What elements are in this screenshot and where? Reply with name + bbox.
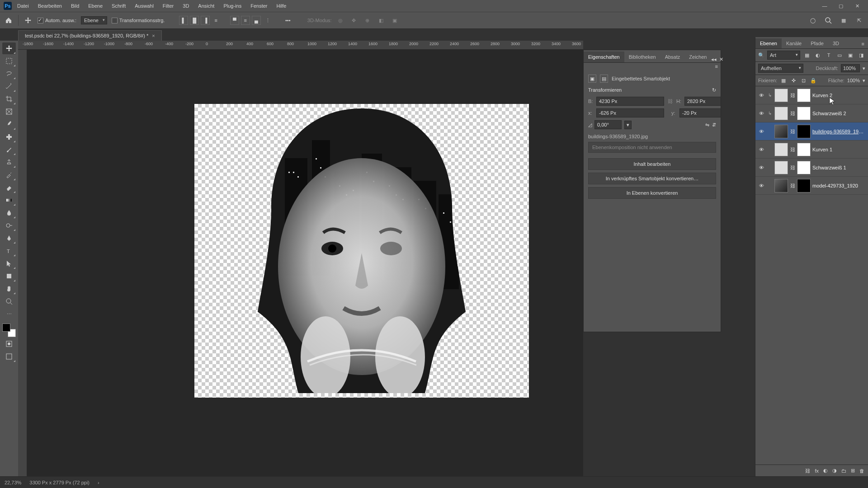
filter-kind-dropdown[interactable]: Art <box>767 51 800 60</box>
layer-thumbnail[interactable] <box>774 107 788 120</box>
color-swatch[interactable] <box>2 324 16 337</box>
crop-tool[interactable] <box>2 93 16 105</box>
add-mask-icon[interactable]: ◐ <box>823 468 828 474</box>
paths-tab[interactable]: Pfade <box>806 38 828 48</box>
filter-smart-icon[interactable]: ▣ <box>846 51 854 59</box>
convert-layers-button[interactable]: In Ebenen konvertieren <box>588 187 716 199</box>
layer-row[interactable]: 👁⛓Kurven 1 <box>755 141 868 159</box>
frame-tool[interactable] <box>2 106 16 117</box>
pen-tool[interactable] <box>2 232 16 244</box>
reset-transform-icon[interactable]: ↻ <box>712 87 716 93</box>
menu-select[interactable]: Auswahl <box>131 1 157 10</box>
layer-row[interactable]: 👁⛓model-429733_1920 <box>755 177 868 195</box>
height-input[interactable] <box>684 97 721 106</box>
menu-filter[interactable]: Filter <box>159 1 177 10</box>
layer-thumbnail[interactable] <box>774 125 788 138</box>
document-tab-close-icon[interactable]: × <box>152 33 155 38</box>
move-tool[interactable] <box>2 42 16 54</box>
channels-tab[interactable]: Kanäle <box>782 38 806 48</box>
filter-adjust-icon[interactable]: ◐ <box>814 51 822 59</box>
document-tab[interactable]: test.psdc bei 22,7% (buildings-936589_19… <box>18 30 162 41</box>
align-left-icon[interactable]: ▌ <box>179 16 188 25</box>
menu-file[interactable]: Datei <box>14 1 33 10</box>
paragraph-tab[interactable]: Absatz <box>660 52 685 62</box>
layer-name[interactable]: Schwarzweiß 2 <box>812 111 866 116</box>
minimize-button[interactable]: — <box>817 0 832 12</box>
mask-link-icon[interactable]: ⛓ <box>790 129 795 134</box>
link-layers-icon[interactable]: ⛓ <box>805 468 810 474</box>
lock-all-icon[interactable]: 🔒 <box>810 77 817 84</box>
history-brush-tool[interactable] <box>2 169 16 181</box>
menu-type[interactable]: Schrift <box>108 1 129 10</box>
visibility-toggle-icon[interactable]: 👁 <box>757 129 765 134</box>
brush-tool[interactable] <box>2 144 16 155</box>
zoom-level[interactable]: 22,73% <box>5 480 21 485</box>
menu-window[interactable]: Fenster <box>247 1 271 10</box>
link-wh-icon[interactable]: ⛓ <box>668 99 673 104</box>
blur-tool[interactable] <box>2 207 16 219</box>
angle-dropdown-icon[interactable]: ▾ <box>624 121 632 129</box>
layer-mask-thumbnail[interactable] <box>797 161 811 174</box>
align-center-h-icon[interactable]: ▐▌ <box>190 16 199 25</box>
filter-shape-icon[interactable]: ▭ <box>835 51 844 59</box>
canvas-area[interactable] <box>27 50 583 476</box>
menu-view[interactable]: Ansicht <box>194 1 218 10</box>
layer-thumbnail[interactable] <box>774 161 788 174</box>
align-right-icon[interactable]: ▐ <box>201 16 210 25</box>
new-adjustment-icon[interactable]: ◑ <box>832 468 837 474</box>
layer-row[interactable]: 👁⛓buildings-936589_1920… <box>755 122 868 141</box>
quickmask-tool[interactable] <box>2 338 16 350</box>
filter-toggle-icon[interactable]: ◨ <box>857 51 865 59</box>
layers-panel-menu-icon[interactable]: ≡ <box>858 39 868 48</box>
menu-layer[interactable]: Ebene <box>85 1 106 10</box>
mask-link-icon[interactable]: ⛓ <box>790 93 795 98</box>
search-icon[interactable] <box>823 15 834 26</box>
layer-row[interactable]: 👁↳⛓Schwarzweiß 2 <box>755 104 868 122</box>
character-tab[interactable]: Zeichen <box>684 52 711 62</box>
doc-info[interactable]: 3300 Px x 2779 Px (72 ppi) <box>29 480 90 485</box>
mask-link-icon[interactable]: ⛓ <box>790 183 795 188</box>
home-icon[interactable] <box>4 15 14 25</box>
doc-info-arrow-icon[interactable]: › <box>98 480 99 485</box>
type-tool[interactable]: T <box>2 245 16 257</box>
distribute-v-icon[interactable]: ⋮ <box>265 18 270 23</box>
magic-wand-tool[interactable] <box>2 80 16 92</box>
layer-name[interactable]: Kurven 1 <box>812 147 866 152</box>
visibility-toggle-icon[interactable]: 👁 <box>757 165 765 170</box>
lock-artboard-icon[interactable]: ⊡ <box>800 77 807 84</box>
layers-tab[interactable]: Ebenen <box>755 38 782 48</box>
zoom-tool[interactable] <box>2 296 16 307</box>
delete-layer-icon[interactable]: 🗑 <box>859 468 864 474</box>
dodge-tool[interactable] <box>2 220 16 231</box>
layer-row[interactable]: 👁⛓Schwarzweiß 1 <box>755 159 868 177</box>
angle-input[interactable] <box>594 120 622 129</box>
x-input[interactable] <box>596 108 664 117</box>
more-options-icon[interactable]: ••• <box>283 15 293 25</box>
distribute-h-icon[interactable]: ≡ <box>214 18 217 23</box>
panel-close-icon[interactable]: ✕ <box>719 56 723 62</box>
edit-toolbar-icon[interactable]: ⋯ <box>2 308 16 320</box>
path-select-tool[interactable] <box>2 258 16 269</box>
layer-name[interactable]: buildings-936589_1920… <box>812 129 866 134</box>
layer-comp-dropdown[interactable]: Ebenenkomposition nicht anwenden <box>588 142 716 153</box>
fx-icon[interactable]: fx <box>815 468 819 474</box>
mask-link-icon[interactable]: ⛓ <box>790 147 795 152</box>
layer-name[interactable]: Schwarzweiß 1 <box>812 165 866 170</box>
filter-search-icon[interactable]: 🔍 <box>758 52 764 58</box>
layer-mask-thumbnail[interactable] <box>797 179 811 192</box>
lock-position-icon[interactable]: ✜ <box>790 77 797 84</box>
flip-h-icon[interactable]: ⇋ <box>705 122 709 128</box>
filter-type-icon[interactable]: T <box>825 51 833 59</box>
lock-pixels-icon[interactable]: ▦ <box>780 77 787 84</box>
eraser-tool[interactable] <box>2 182 16 193</box>
layer-mask-thumbnail[interactable] <box>797 125 811 138</box>
flip-v-icon[interactable]: ⇵ <box>712 122 716 128</box>
share-icon[interactable]: ⇱ <box>854 15 864 26</box>
eyedropper-tool[interactable] <box>2 118 16 130</box>
layer-mask-thumbnail[interactable] <box>797 89 811 102</box>
layer-name[interactable]: Kurven 2 <box>812 93 866 98</box>
new-layer-icon[interactable]: ⊞ <box>851 468 855 474</box>
maximize-button[interactable]: ▢ <box>834 0 848 12</box>
layer-row[interactable]: 👁↳⛓Kurven 2 <box>755 86 868 104</box>
screenmode-tool[interactable] <box>2 351 16 362</box>
